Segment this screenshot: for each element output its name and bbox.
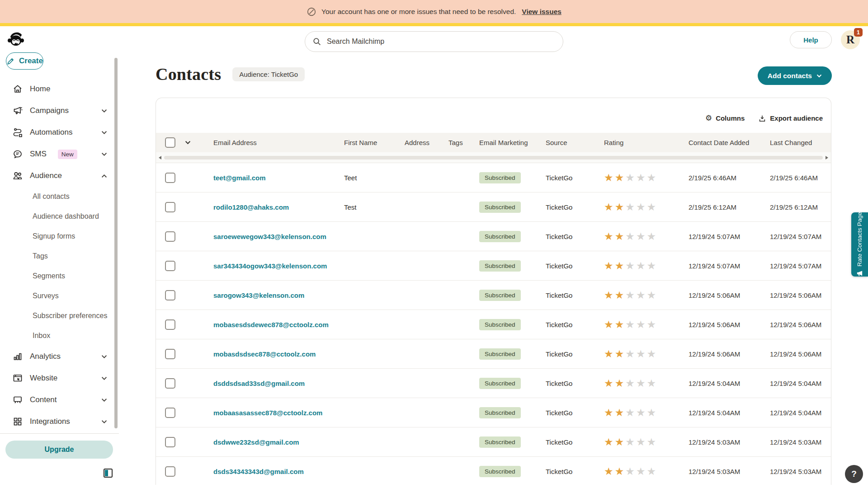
sidebar-subitem-segments[interactable]: Segments xyxy=(0,266,119,286)
star-filled-icon: ★ xyxy=(604,465,615,477)
star-empty-icon: ★ xyxy=(636,465,647,477)
star-filled-icon: ★ xyxy=(604,172,615,183)
header-email-address[interactable]: Email Address xyxy=(204,139,344,146)
sidebar-subitem-tags[interactable]: Tags xyxy=(0,246,119,266)
rating-stars: ★★★★★ xyxy=(604,290,689,300)
account-avatar[interactable]: R 1 xyxy=(841,30,860,49)
sidebar-item-integrations[interactable]: Integrations xyxy=(0,411,119,432)
header-tags[interactable]: Tags xyxy=(448,139,479,146)
export-audience-button[interactable]: Export audience xyxy=(758,114,823,122)
export-download-icon xyxy=(758,114,766,122)
horizontal-scroll-thumb[interactable] xyxy=(164,156,823,160)
last-changed-cell: 12/19/24 5:04AM xyxy=(770,380,831,387)
upgrade-button[interactable]: Upgrade xyxy=(5,441,113,459)
contact-email-link[interactable]: sarogow343@kelenson.com xyxy=(213,291,304,299)
last-changed-cell: 2/19/25 6:46AM xyxy=(770,174,831,182)
help-button[interactable]: Help xyxy=(790,31,832,48)
scroll-left-arrow-icon[interactable] xyxy=(159,156,161,160)
contact-email-link[interactable]: teet@gmail.com xyxy=(213,174,266,182)
sidebar-subitem-surveys[interactable]: Surveys xyxy=(0,286,119,306)
source-cell: TicketGo xyxy=(546,409,604,417)
gear-icon: ⚙ xyxy=(705,114,712,122)
columns-button[interactable]: ⚙ Columns xyxy=(705,114,745,122)
table-row: dsddsdsad33sd@gmail.com Subscribed Ticke… xyxy=(156,369,831,398)
collapse-sidebar-icon[interactable] xyxy=(104,469,113,478)
mailchimp-logo[interactable] xyxy=(6,29,26,51)
table-row: rodilo1280@ahaks.com Test Subscribed Tic… xyxy=(156,192,831,222)
sidebar-item-analytics[interactable]: Analytics xyxy=(0,346,119,367)
sidebar-subitem-audience-dashboard[interactable]: Audience dashboard xyxy=(0,206,119,226)
header-address[interactable]: Address xyxy=(405,139,448,146)
add-contacts-button[interactable]: Add contacts xyxy=(758,66,832,85)
sidebar-subitem-signup-forms[interactable]: Signup forms xyxy=(0,226,119,246)
sidebar-item-automations[interactable]: Automations xyxy=(0,122,119,143)
date-added-cell: 12/19/24 5:06AM xyxy=(689,321,770,328)
sidebar-scrollbar[interactable] xyxy=(114,58,118,428)
help-fab[interactable]: ? xyxy=(845,465,863,483)
contact-email-link[interactable]: dsdwwe232sd@gmail.com xyxy=(213,438,299,446)
star-empty-icon: ★ xyxy=(636,230,647,242)
select-all-checkbox[interactable] xyxy=(165,137,175,148)
row-checkbox[interactable] xyxy=(165,231,175,242)
sidebar-subitem-all-contacts[interactable]: All contacts xyxy=(0,187,119,206)
star-filled-icon: ★ xyxy=(604,407,615,418)
sidebar-item-campaigns[interactable]: Campaigns xyxy=(0,100,119,122)
sidebar-subitem-inbox[interactable]: Inbox xyxy=(0,326,119,346)
star-filled-icon: ★ xyxy=(615,230,626,242)
date-added-cell: 12/19/24 5:07AM xyxy=(689,233,770,240)
star-filled-icon: ★ xyxy=(615,201,626,213)
sidebar-item-website[interactable]: Website xyxy=(0,367,119,389)
sidebar-item-audience[interactable]: Audience xyxy=(0,165,119,187)
contact-email-link[interactable]: mobasesdsdewec878@cctoolz.com xyxy=(213,321,329,328)
integrations-icon xyxy=(12,416,23,427)
row-checkbox[interactable] xyxy=(165,466,175,477)
header-email-marketing[interactable]: Email Marketing xyxy=(479,139,546,146)
sidebar-item-label: SMS xyxy=(30,150,47,159)
star-filled-icon: ★ xyxy=(604,436,615,448)
view-issues-link[interactable]: View issues xyxy=(522,8,561,16)
table-row: dsdwwe232sd@gmail.com Subscribed TicketG… xyxy=(156,427,831,457)
search-icon xyxy=(312,37,321,48)
create-button[interactable]: Create xyxy=(6,52,43,70)
header-rating[interactable]: Rating xyxy=(604,139,689,146)
row-checkbox[interactable] xyxy=(165,349,175,359)
row-checkbox[interactable] xyxy=(165,437,175,447)
row-checkbox[interactable] xyxy=(165,319,175,330)
star-empty-icon: ★ xyxy=(636,407,647,418)
table-row: dsds34343343d@gmail.com Subscribed Ticke… xyxy=(156,457,831,485)
date-added-cell: 2/19/25 6:12AM xyxy=(689,203,770,211)
row-checkbox[interactable] xyxy=(165,173,175,183)
rating-stars: ★★★★★ xyxy=(604,173,689,183)
scroll-right-arrow-icon[interactable] xyxy=(826,156,828,160)
select-menu-chevron-icon[interactable] xyxy=(185,141,204,145)
rate-page-tab[interactable]: Rate Contacts Page xyxy=(851,212,868,277)
table-row: sar343434ogow343@kelenson.com Subscribed… xyxy=(156,251,831,281)
sidebar-item-content[interactable]: Content xyxy=(0,389,119,411)
row-checkbox[interactable] xyxy=(165,378,175,389)
row-checkbox[interactable] xyxy=(165,408,175,418)
sidebar-item-home[interactable]: Home xyxy=(0,78,119,100)
contact-email-link[interactable]: dsddsdsad33sd@gmail.com xyxy=(213,380,305,387)
contact-email-link[interactable]: saroewewegow343@kelenson.com xyxy=(213,233,326,240)
row-checkbox[interactable] xyxy=(165,261,175,271)
contact-email-link[interactable]: sar343434ogow343@kelenson.com xyxy=(213,262,327,270)
header-contact-date-added[interactable]: Contact Date Added xyxy=(689,139,770,146)
star-empty-icon: ★ xyxy=(636,201,647,213)
header-last-changed[interactable]: Last Changed xyxy=(770,139,831,146)
rating-stars: ★★★★★ xyxy=(604,261,689,271)
table-horizontal-scrollbar[interactable] xyxy=(156,152,831,163)
header-source[interactable]: Source xyxy=(546,139,604,146)
row-checkbox[interactable] xyxy=(165,202,175,212)
contact-email-link[interactable]: mobaasasassec878@cctoolz.com xyxy=(213,409,322,417)
header-first-name[interactable]: First Name xyxy=(344,139,405,146)
row-checkbox[interactable] xyxy=(165,290,175,300)
sidebar-item-sms[interactable]: SMS New xyxy=(0,143,119,165)
last-changed-cell: 12/19/24 5:07AM xyxy=(770,233,831,240)
sidebar-subitem-subscriber-preferences[interactable]: Subscriber preferences xyxy=(0,306,119,326)
page-title: Contacts xyxy=(156,64,221,84)
search-input[interactable] xyxy=(305,31,563,52)
contact-email-link[interactable]: mobasdsdsec878@cctoolz.com xyxy=(213,350,316,358)
sidebar-item-label: Content xyxy=(30,395,57,404)
contact-email-link[interactable]: rodilo1280@ahaks.com xyxy=(213,203,289,211)
contact-email-link[interactable]: dsds34343343d@gmail.com xyxy=(213,468,304,475)
